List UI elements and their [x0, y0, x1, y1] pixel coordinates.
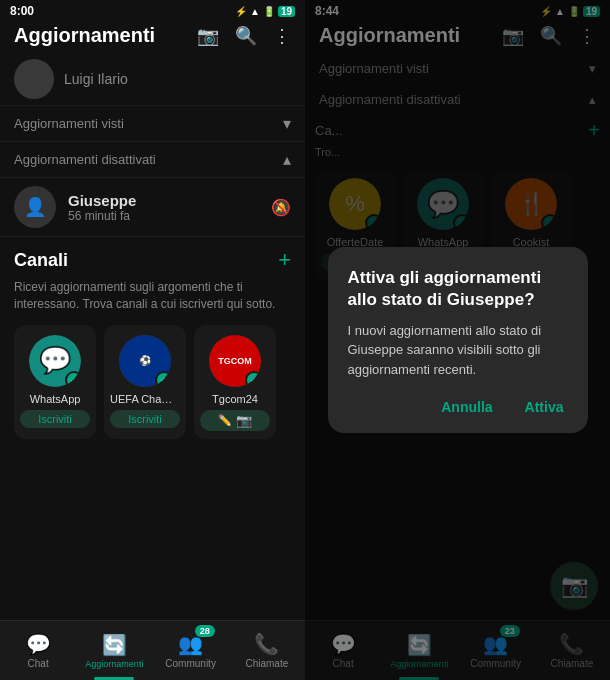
dialog-overlay: Attiva gli aggiornamenti allo stato di G…	[305, 0, 610, 680]
canali-desc: Ricevi aggiornamenti sugli argomenti che…	[0, 277, 305, 321]
left-nav-chat[interactable]: 💬 Chat	[0, 621, 76, 680]
giuseppe-time: 56 minuti fa	[68, 209, 271, 223]
left-app-title: Aggiornamenti	[14, 24, 155, 47]
contact-name: Luigi Ilario	[64, 71, 291, 87]
left-status-icons: ⚡ ▲ 🔋 19	[235, 6, 295, 17]
giuseppe-row[interactable]: 👤 Giuseppe 56 minuti fa 🔕	[0, 178, 305, 237]
updates-icon: 🔄	[102, 633, 127, 657]
giuseppe-avatar: 👤	[14, 186, 56, 228]
left-community-badge: 28	[195, 625, 215, 637]
mute-icon: 🔕	[271, 198, 291, 217]
whatsapp-subscribe-btn[interactable]: Iscriviti	[20, 410, 90, 428]
battery-icon: 🔋	[263, 6, 275, 17]
left-channel-list: 💬 ✓ WhatsApp Iscriviti ⚽ ✓ UEFA Champio.…	[0, 321, 305, 447]
tgcom-channel-name: Tgcom24	[200, 393, 270, 405]
left-nav-chiamate[interactable]: 📞 Chiamate	[229, 621, 305, 680]
whatsapp-channel-logo: 💬 ✓	[29, 335, 81, 387]
giuseppe-info: Giuseppe 56 minuti fa	[68, 192, 271, 223]
more-icon[interactable]: ⋮	[273, 25, 291, 47]
dialog-confirm-btn[interactable]: Attiva	[521, 395, 568, 419]
left-section-seen[interactable]: Aggiornamenti visti ▾	[0, 106, 305, 142]
activate-dialog: Attiva gli aggiornamenti allo stato di G…	[328, 247, 588, 434]
tgcom-channel-logo: TGCOM ✓	[209, 335, 261, 387]
channel-card-uefa[interactable]: ⚽ ✓ UEFA Champio... Iscriviti	[104, 325, 186, 439]
contact-info: Luigi Ilario	[64, 71, 291, 87]
left-section-disabled-label: Aggiornamenti disattivati	[14, 152, 156, 167]
channel-card-tgcom[interactable]: TGCOM ✓ Tgcom24 ✏️ 📷	[194, 325, 276, 439]
left-nav-aggiornamenti[interactable]: 🔄 Aggiornamenti	[76, 621, 152, 680]
canali-title: Canali	[14, 250, 68, 271]
canali-plus-icon[interactable]: +	[278, 247, 291, 273]
left-app-icons: 📷 🔍 ⋮	[197, 25, 291, 47]
wifi-icon: ▲	[250, 6, 260, 17]
left-nav-chat-label: Chat	[28, 658, 49, 669]
left-section-disabled[interactable]: Aggiornamenti disattivati ▴	[0, 142, 305, 178]
left-section-seen-label: Aggiornamenti visti	[14, 116, 124, 131]
pencil-icon: ✏️	[218, 414, 232, 427]
dialog-cancel-btn[interactable]: Annulla	[437, 395, 496, 419]
left-nav-community-label: Community	[165, 658, 216, 669]
left-seen-arrow: ▾	[283, 114, 291, 133]
tgcom-subscribe-btn[interactable]: ✏️ 📷	[200, 410, 270, 431]
camera-icon[interactable]: 📷	[197, 25, 219, 47]
battery-level: 19	[278, 6, 295, 17]
check-badge-uefa: ✓	[155, 371, 171, 387]
uefa-channel-name: UEFA Champio...	[110, 393, 180, 405]
left-bottom-nav: 💬 Chat 🔄 Aggiornamenti 👥 Community 28 📞 …	[0, 620, 305, 680]
left-time: 8:00	[10, 4, 34, 18]
dialog-title: Attiva gli aggiornamenti allo stato di G…	[348, 267, 568, 311]
check-badge-whatsapp: ✓	[65, 371, 81, 387]
giuseppe-name: Giuseppe	[68, 192, 271, 209]
camera-small-icon: 📷	[236, 413, 252, 428]
left-panel: 8:00 ⚡ ▲ 🔋 19 Aggiornamenti 📷 🔍 ⋮ Luigi …	[0, 0, 305, 680]
contact-row[interactable]: Luigi Ilario	[0, 53, 305, 106]
bluetooth-icon: ⚡	[235, 6, 247, 17]
check-badge-tgcom: ✓	[245, 371, 261, 387]
right-panel: 8:44 ⚡ ▲ 🔋 19 Aggiornamenti 📷 🔍 ⋮ Aggior…	[305, 0, 610, 680]
dialog-actions: Annulla Attiva	[348, 395, 568, 419]
left-app-bar: Aggiornamenti 📷 🔍 ⋮	[0, 20, 305, 53]
left-disabled-arrow: ▴	[283, 150, 291, 169]
left-status-bar: 8:00 ⚡ ▲ 🔋 19	[0, 0, 305, 20]
channel-card-whatsapp[interactable]: 💬 ✓ WhatsApp Iscriviti	[14, 325, 96, 439]
contact-avatar	[14, 59, 54, 99]
chat-icon: 💬	[26, 632, 51, 656]
search-icon[interactable]: 🔍	[235, 25, 257, 47]
calls-icon: 📞	[254, 632, 279, 656]
dialog-body: I nuovi aggiornamenti allo stato di Gius…	[348, 321, 568, 380]
uefa-subscribe-btn[interactable]: Iscriviti	[110, 410, 180, 428]
whatsapp-channel-name: WhatsApp	[20, 393, 90, 405]
left-nav-community[interactable]: 👥 Community 28	[153, 621, 229, 680]
left-nav-aggiornamenti-label: Aggiornamenti	[85, 659, 143, 669]
left-nav-chiamate-label: Chiamate	[245, 658, 288, 669]
uefa-channel-logo: ⚽ ✓	[119, 335, 171, 387]
canali-header: Canali +	[0, 237, 305, 277]
